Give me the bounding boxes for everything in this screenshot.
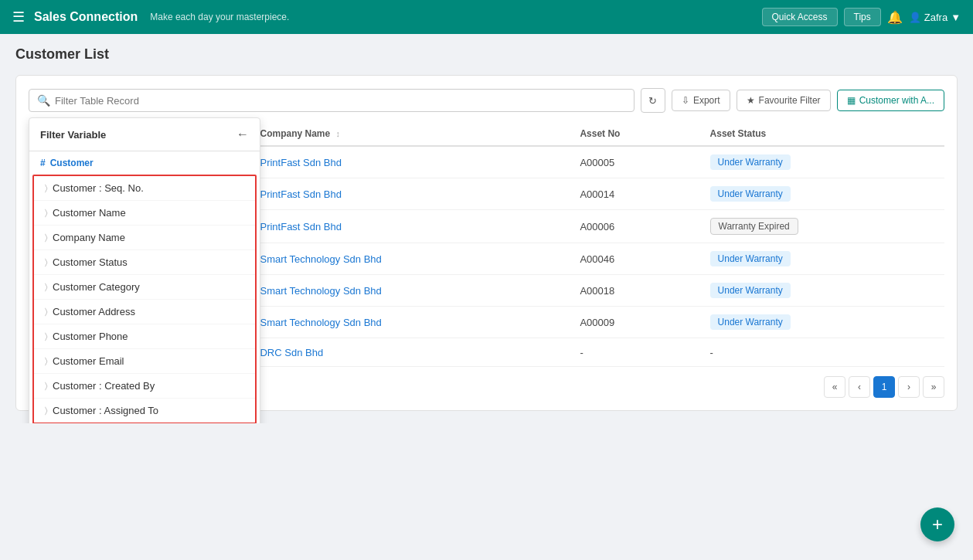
filter-section-text: Customer	[50, 158, 94, 168]
filter-item-seq[interactable]: 〉 Customer : Seq. No.	[34, 176, 255, 201]
page-title: Customer List	[15, 46, 958, 63]
topnav: ☰ Sales Connection Make each day your ma…	[0, 0, 973, 34]
chevron-right-icon: 〉	[45, 331, 48, 341]
filter-item-label: Customer Name	[53, 207, 126, 219]
search-icon: 🔍	[37, 94, 50, 107]
filter-item-label: Customer : Created By	[53, 380, 155, 392]
filter-item-label: Customer Category	[53, 281, 140, 293]
tips-btn[interactable]: Tips	[844, 8, 881, 26]
row-asset-status-cell: Warranty Expired	[703, 210, 944, 243]
row-asset-status-cell: Under Warranty	[703, 307, 944, 338]
row-company-cell[interactable]: PrintFast Sdn Bhd	[252, 146, 572, 178]
row-company-cell[interactable]: Smart Technology Sdn Bhd	[252, 307, 572, 338]
filter-item-created-by[interactable]: 〉 Customer : Created By	[34, 374, 255, 399]
filter-item-label: Customer : Seq. No.	[53, 182, 144, 194]
favourite-label: Favourite Filter	[759, 95, 821, 106]
filter-item-label: Customer Email	[53, 355, 124, 367]
tagline: Make each day your masterpiece.	[150, 12, 289, 22]
row-asset-status-cell: Under Warranty	[703, 275, 944, 307]
row-asset-status-cell: Under Warranty	[703, 146, 944, 178]
filter-dropdown: Filter Variable ← # Customer 〉 Customer …	[29, 117, 260, 423]
filter-back-btn[interactable]: ←	[236, 127, 249, 141]
search-box[interactable]: 🔍	[29, 89, 634, 112]
filter-item-label: Customer Phone	[53, 331, 128, 342]
filter-label: Customer with A...	[859, 95, 934, 106]
filter-item-status[interactable]: 〉 Customer Status	[34, 250, 255, 275]
chevron-right-icon: 〉	[45, 356, 48, 366]
filter-item-name[interactable]: 〉 Customer Name	[34, 201, 255, 226]
filter-item-label: Customer Address	[53, 306, 135, 317]
filter-item-category[interactable]: 〉 Customer Category	[34, 275, 255, 300]
row-asset-no-cell: A00018	[572, 275, 702, 307]
user-name: Zafra	[924, 12, 947, 23]
row-company-cell[interactable]: Smart Technology Sdn Bhd	[252, 243, 572, 275]
filter-item-assigned-to[interactable]: 〉 Customer : Assigned To	[34, 399, 255, 423]
chevron-right-icon: 〉	[45, 307, 48, 317]
chevron-right-icon: 〉	[45, 232, 48, 243]
company-link[interactable]: Smart Technology Sdn Bhd	[260, 253, 381, 265]
prev-page-btn[interactable]: ‹	[849, 376, 870, 398]
col-asset-no: Asset No	[572, 122, 702, 146]
company-link[interactable]: PrintFast Sdn Bhd	[260, 157, 342, 168]
refresh-btn[interactable]: ↻	[641, 88, 665, 113]
col-asset-status: Asset Status	[703, 122, 944, 146]
chevron-right-icon: 〉	[45, 183, 48, 193]
main-card: 🔍 ↻ ⇩ Export ★ Favourite Filter ▦ Custom…	[15, 75, 958, 411]
filter-item-label: Customer Status	[53, 256, 128, 268]
row-asset-status-cell: -	[703, 338, 944, 367]
row-asset-no-cell: A00014	[572, 178, 702, 210]
filter-item-email[interactable]: 〉 Customer Email	[34, 349, 255, 374]
chevron-right-icon: 〉	[45, 257, 48, 267]
export-btn[interactable]: ⇩ Export	[672, 90, 730, 111]
quick-access-btn[interactable]: Quick Access	[762, 8, 838, 26]
chevron-right-icon: 〉	[45, 208, 48, 218]
search-input[interactable]	[55, 95, 626, 107]
user-menu[interactable]: 👤 Zafra ▼	[909, 12, 961, 23]
row-asset-no-cell: A00046	[572, 243, 702, 275]
filter-dropdown-title: Filter Variable	[40, 129, 106, 141]
favourite-filter-btn[interactable]: ★ Favourite Filter	[737, 90, 831, 111]
star-icon: ★	[747, 95, 755, 106]
row-company-cell[interactable]: PrintFast Sdn Bhd	[252, 178, 572, 210]
company-link[interactable]: Smart Technology Sdn Bhd	[260, 317, 381, 328]
row-asset-no-cell: A00009	[572, 307, 702, 338]
row-company-cell[interactable]: PrintFast Sdn Bhd	[252, 210, 572, 243]
row-asset-no-cell: A00006	[572, 210, 702, 243]
row-asset-no-cell: -	[572, 338, 702, 367]
chevron-right-icon: 〉	[45, 406, 48, 416]
row-company-cell[interactable]: Smart Technology Sdn Bhd	[252, 275, 572, 307]
hamburger-menu[interactable]: ☰	[12, 8, 25, 25]
filter-dropdown-header: Filter Variable ←	[29, 118, 260, 151]
row-company-cell[interactable]: DRC Sdn Bhd	[252, 338, 572, 367]
user-avatar-icon: 👤	[909, 12, 921, 23]
active-filter-btn[interactable]: ▦ Customer with A...	[837, 90, 944, 111]
filter-items-box: 〉 Customer : Seq. No. 〉 Customer Name 〉 …	[32, 175, 257, 423]
last-page-btn[interactable]: »	[923, 376, 944, 398]
filter-hash-icon: #	[40, 158, 46, 168]
company-link[interactable]: Smart Technology Sdn Bhd	[260, 285, 381, 297]
company-link[interactable]: PrintFast Sdn Bhd	[260, 221, 342, 232]
chevron-right-icon: 〉	[45, 381, 48, 391]
first-page-btn[interactable]: «	[824, 376, 845, 398]
filter-item-address[interactable]: 〉 Customer Address	[34, 300, 255, 324]
company-link[interactable]: DRC Sdn Bhd	[260, 347, 323, 358]
filter-icon: ▦	[847, 95, 856, 106]
brand-name: Sales Connection	[34, 10, 138, 24]
chevron-right-icon: 〉	[45, 282, 48, 292]
col-company[interactable]: Company Name ↕	[252, 122, 572, 146]
toolbar: 🔍 ↻ ⇩ Export ★ Favourite Filter ▦ Custom…	[29, 88, 944, 113]
filter-item-label: Customer : Assigned To	[53, 405, 158, 416]
company-link[interactable]: PrintFast Sdn Bhd	[260, 188, 342, 200]
user-dropdown-icon: ▼	[951, 12, 961, 23]
row-asset-no-cell: A00005	[572, 146, 702, 178]
pagination-controls: « ‹ 1 › »	[824, 376, 944, 398]
notification-icon[interactable]: 🔔	[887, 10, 903, 25]
export-icon: ⇩	[682, 95, 689, 106]
next-page-btn[interactable]: ›	[898, 376, 920, 398]
row-asset-status-cell: Under Warranty	[703, 243, 944, 275]
page-1-btn[interactable]: 1	[873, 376, 895, 398]
filter-item-company[interactable]: 〉 Company Name	[34, 226, 255, 250]
export-label: Export	[693, 95, 720, 106]
page-content: Customer List 🔍 ↻ ⇩ Export ★ Favourite F…	[0, 34, 973, 423]
filter-item-phone[interactable]: 〉 Customer Phone	[34, 324, 255, 349]
